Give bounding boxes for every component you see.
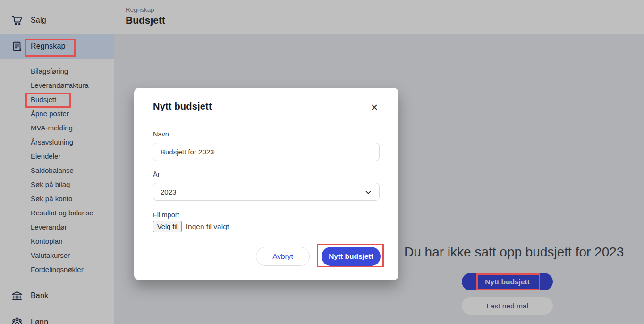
submit-new-budget-button[interactable]: Nytt budsjett — [322, 247, 381, 266]
budget-name-input[interactable] — [153, 143, 380, 161]
dialog-title: Nytt budsjett — [153, 101, 212, 112]
app-window: Salg Regnskap BilagsføringLeverandørfakt… — [0, 0, 644, 324]
choose-file-button[interactable]: Velg fil — [153, 221, 182, 232]
dialog-actions: Avbryt Nytt budsjett — [134, 247, 398, 266]
year-select[interactable]: 2023 — [153, 183, 380, 201]
cancel-button[interactable]: Avbryt — [256, 247, 310, 266]
chevron-down-icon — [364, 188, 372, 196]
file-status-text: Ingen fil valgt — [186, 222, 229, 231]
year-field-label: År — [153, 171, 160, 178]
file-input[interactable]: Velg fil Ingen fil valgt — [153, 221, 229, 232]
file-import-label: Filimport — [153, 211, 179, 219]
new-budget-dialog: Nytt budsjett ✕ Navn År 2023 Filimport V… — [134, 88, 398, 280]
close-icon[interactable]: ✕ — [368, 101, 381, 113]
name-field-label: Navn — [153, 130, 169, 138]
year-selected-value: 2023 — [161, 188, 176, 196]
